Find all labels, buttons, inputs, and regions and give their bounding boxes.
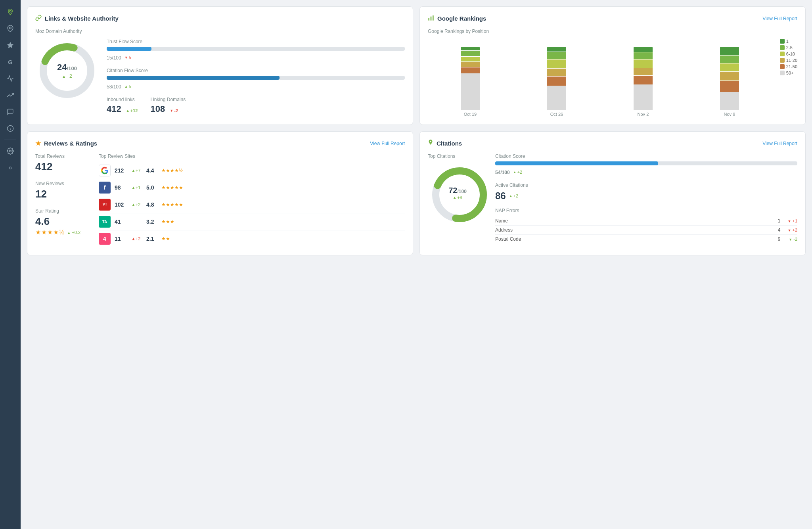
linking-change: ▼ -2 xyxy=(170,108,178,113)
bar-segment-50plus-oct19 xyxy=(461,73,480,110)
donut-label: 24/100 ▲ +2 xyxy=(57,62,77,79)
citation-flow-change: ▲ 5 xyxy=(124,84,131,89)
yelp-logo: Y! xyxy=(99,199,111,211)
sidebar: G » xyxy=(0,0,21,529)
donut-chart-authority: 24/100 ▲ +2 xyxy=(35,39,99,102)
moz-label: Moz Domain Authority xyxy=(35,29,405,34)
trust-flow-value: 15/100 xyxy=(107,53,121,61)
bar-segment-50plus-nov2 xyxy=(634,84,653,110)
citation-flow-value: 58/100 xyxy=(107,82,121,90)
svg-marker-2 xyxy=(8,42,13,48)
total-reviews-stat: Total Reviews 412 xyxy=(35,153,91,173)
bar-segment-1-oct26 xyxy=(547,47,566,52)
sidebar-item-chat[interactable] xyxy=(3,105,17,119)
citations-title: Citations xyxy=(428,140,462,147)
nap-errors-label: NAP Errors xyxy=(495,208,797,213)
facebook-count: 98 xyxy=(115,184,127,191)
bar-segment-1-nov2 xyxy=(634,47,653,52)
citations-donut-value: 72/100 xyxy=(448,186,467,195)
facebook-rating: 5.0 xyxy=(146,184,157,191)
sidebar-item-info[interactable] xyxy=(3,121,17,136)
citation-score-section: Citation Score 54/100 ▲ +2 xyxy=(495,153,797,176)
reviews-ratings-card: ★ Reviews & Ratings View Full Report Tot… xyxy=(27,131,413,255)
sidebar-divider xyxy=(4,140,16,140)
top-citations-label: Top Citations xyxy=(428,153,455,159)
citations-view-full-report[interactable]: View Full Report xyxy=(762,141,797,146)
bar-segment-11-20-oct19 xyxy=(461,61,480,67)
facebook-change: ▲+1 xyxy=(131,185,142,190)
rankings-view-full-report[interactable]: View Full Report xyxy=(762,16,797,21)
chart-legend: 1 2-5 6-10 11-20 xyxy=(780,39,797,117)
rankings-subtitle: Google Rankings by Position xyxy=(428,29,797,34)
x-label-nov2: Nov 2 xyxy=(605,112,682,117)
bar-group-oct26 xyxy=(518,47,595,110)
sidebar-item-settings[interactable] xyxy=(3,144,17,158)
bar-group-nov2 xyxy=(605,47,682,110)
bars-area: Oct 19 Oct 26 Nov 2 Nov 9 xyxy=(428,39,772,117)
google-rating: 4.4 xyxy=(146,167,157,174)
reviews-header: ★ Reviews & Ratings View Full Report xyxy=(35,140,405,147)
inbound-label: Inbound links xyxy=(107,97,138,102)
bar-segment-2-5-nov9 xyxy=(720,55,739,63)
google-change: ▲+7 xyxy=(131,168,142,173)
bar-segment-2-5-nov2 xyxy=(634,52,653,59)
foursquare-stars: ★★ xyxy=(161,236,170,242)
nap-address-change: ▼ +2 xyxy=(783,228,797,232)
sidebar-item-expand[interactable]: » xyxy=(3,161,17,175)
sidebar-item-google[interactable]: G xyxy=(3,55,17,69)
bar-segment-6-10-nov2 xyxy=(634,59,653,67)
reviews-view-full-report[interactable]: View Full Report xyxy=(370,141,405,146)
citations-left: Top Citations 72/100 ▲ +8 xyxy=(428,153,487,243)
trust-flow-value-row: 15/100 ▼ 5 xyxy=(107,53,405,61)
sidebar-item-trending[interactable] xyxy=(3,88,17,102)
bar-segment-21-50-oct19 xyxy=(461,67,480,74)
links-authority-title: Links & Website Authority xyxy=(35,15,119,22)
google-stars: ★★★★½ xyxy=(161,168,183,173)
bar-segment-1-nov9 xyxy=(720,47,739,55)
bar-segment-50plus-oct26 xyxy=(547,86,566,110)
trust-flow-section: Trust Flow Score 15/100 ▼ 5 xyxy=(107,39,405,61)
sidebar-item-map[interactable] xyxy=(3,21,17,36)
new-reviews-stat: New Reviews 12 xyxy=(35,181,91,200)
trust-flow-bar xyxy=(107,47,151,51)
citations-donut-change: ▲ +8 xyxy=(448,195,467,200)
trust-flow-bar-container xyxy=(107,47,405,51)
linking-domains-item: Linking Domains 108 ▼ -2 xyxy=(150,97,186,114)
star-rating-label: Star Rating xyxy=(35,208,91,214)
pin-icon xyxy=(428,140,433,147)
stacked-bar-nov9 xyxy=(720,47,739,110)
citations-donut: 72/100 ▲ +8 xyxy=(428,163,487,222)
inbound-change: ▲ +12 xyxy=(126,108,138,113)
facebook-logo: f xyxy=(99,182,111,194)
bar-segment-2-5-oct26 xyxy=(547,52,566,59)
citation-flow-bar-container xyxy=(107,76,405,80)
citation-value-row: 54/100 ▲ +2 xyxy=(495,168,797,176)
citations-donut-label: 72/100 ▲ +8 xyxy=(448,186,467,200)
bar-segment-21-50-oct26 xyxy=(547,76,566,86)
active-citations-value: 86 xyxy=(495,190,506,201)
inbound-value: 412 ▲ +12 xyxy=(107,104,138,114)
x-label-oct26: Oct 26 xyxy=(518,112,595,117)
svg-rect-10 xyxy=(431,17,432,21)
links-authority-header: Links & Website Authority xyxy=(35,15,405,22)
donut-value: 24/100 xyxy=(57,62,77,73)
foursquare-rating: 2.1 xyxy=(146,236,157,242)
sidebar-item-star[interactable] xyxy=(3,38,17,52)
citation-score-value: 54/100 xyxy=(495,168,510,176)
top-panel-grid: Links & Website Authority Moz Domain Aut… xyxy=(27,6,806,125)
authority-scores: Trust Flow Score 15/100 ▼ 5 xyxy=(107,39,405,114)
bar-segment-11-20-nov2 xyxy=(634,68,653,76)
authority-body: 24/100 ▲ +2 Trust Flow Score xyxy=(35,39,405,114)
bar-segment-11-20-oct26 xyxy=(547,68,566,76)
citation-score-label: Citation Score xyxy=(495,153,797,159)
sidebar-item-location[interactable] xyxy=(3,5,17,19)
bar-segment-21-50-nov9 xyxy=(720,80,739,92)
review-site-foursquare: 4 11 ▲+2 2.1 ★★ xyxy=(99,230,405,247)
sidebar-item-activity[interactable] xyxy=(3,71,17,86)
yelp-count: 102 xyxy=(115,201,127,208)
active-citations-row: 86 ▲ +2 xyxy=(495,190,797,201)
bar-segment-6-10-oct26 xyxy=(547,59,566,68)
google-rankings-title: Google Rankings xyxy=(428,15,486,22)
legend-item-6-10: 6-10 xyxy=(780,52,797,56)
yelp-rating: 4.8 xyxy=(146,201,157,208)
